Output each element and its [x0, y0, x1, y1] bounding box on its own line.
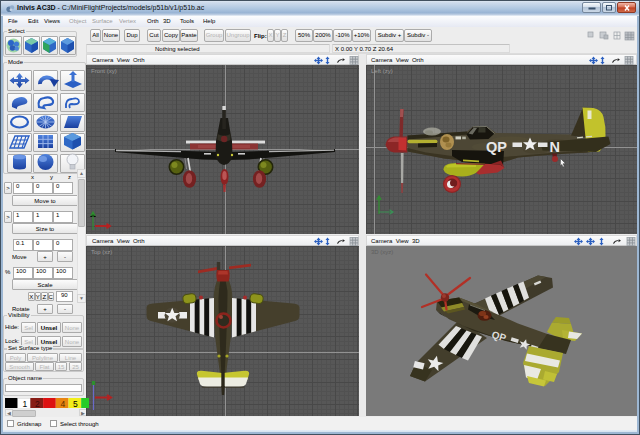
svg-text:QP: QP	[486, 139, 507, 155]
svg-text:5: 5	[73, 398, 78, 408]
svg-text:2: 2	[35, 398, 40, 408]
svg-text:1: 1	[23, 398, 28, 408]
svg-text:4: 4	[60, 398, 65, 408]
svg-text:N: N	[550, 139, 560, 155]
